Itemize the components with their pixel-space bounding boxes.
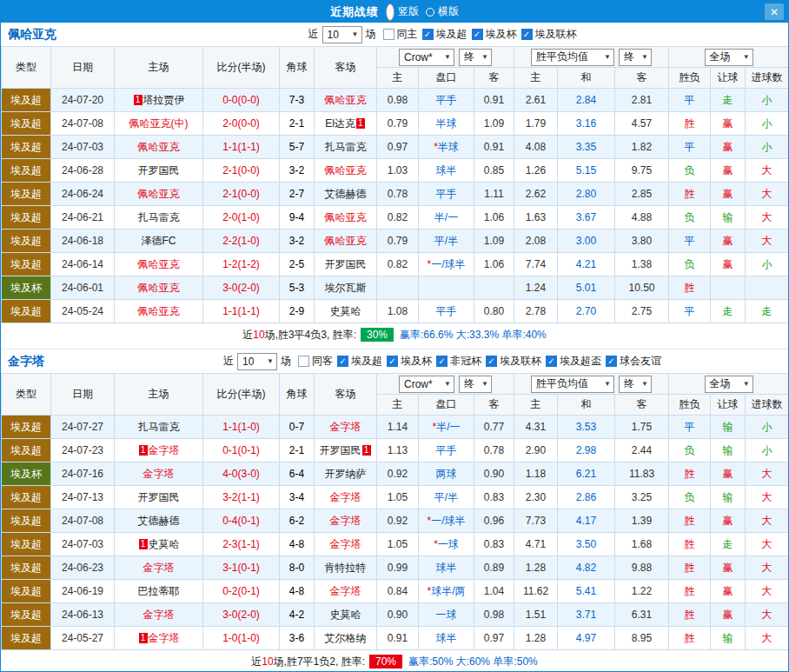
goals-cell: 小 — [746, 89, 789, 112]
filter-checkbox-2[interactable]: ✓埃及超 — [337, 354, 382, 369]
col-avg-away: 客 — [615, 68, 669, 89]
home-team-name: 开罗国民 — [138, 491, 180, 503]
col-home: 主场 — [115, 47, 203, 89]
filter-checkbox-6[interactable]: ✓埃及超盃 — [546, 354, 601, 369]
corner-cell: 2-5 — [280, 253, 315, 276]
team-section-1: 佩哈亚克 近 10▼ 场 同主✓埃及超✓埃及杯✓埃及联杯 类型 日期 主场 比分… — [1, 23, 788, 346]
away-team-cell: 艾德赫德 — [315, 183, 377, 206]
avg-home-cell: 1.26 — [514, 159, 558, 183]
avg-draw-cell: 3.00 — [558, 230, 615, 253]
avg-away-cell: 1.82 — [615, 136, 669, 159]
league-cell: 埃及超 — [2, 159, 51, 183]
col-handicap: 盘口 — [419, 68, 474, 89]
filter-checkbox-4[interactable]: ✓埃及联杯 — [521, 27, 577, 42]
away-team-cell: 埃尔瓦斯 — [315, 276, 377, 300]
match-row: 埃及杯24-06-01佩哈亚克3-0(2-0)5-3埃尔瓦斯1.245.0110… — [2, 276, 789, 300]
odds-away-cell: 1.04 — [474, 580, 514, 603]
filter-checkbox-2[interactable]: ✓埃及超 — [422, 27, 467, 42]
filter-checkbox-3[interactable]: ✓埃及杯 — [387, 354, 432, 369]
away-team-cell: 开罗国民1 — [315, 439, 377, 462]
odds-home-cell: 0.82 — [377, 253, 419, 276]
stats-bar: 近10场,胜3平4负3, 胜率: 30% 赢率:66.6% 大:33.3% 单率… — [1, 323, 788, 346]
scope-select[interactable]: 全场▼ — [705, 376, 753, 393]
avg-home-cell: 1.51 — [514, 603, 558, 627]
sections-container: 佩哈亚克 近 10▼ 场 同主✓埃及超✓埃及杯✓埃及联杯 类型 日期 主场 比分… — [1, 23, 788, 672]
away-team-cell: 金字塔 — [315, 416, 377, 439]
odds-home-cell: 0.98 — [377, 89, 419, 112]
goals-cell: 小 — [746, 112, 789, 136]
filter-checkbox-1[interactable]: 同客 — [298, 354, 333, 369]
avg-home-cell: 1.63 — [514, 206, 558, 230]
corner-cell: 3-2 — [280, 230, 315, 253]
avg-home-cell: 1.28 — [514, 627, 558, 650]
scope-group-header: 全场▼ — [669, 47, 789, 68]
handicap-result-cell: 输 — [711, 206, 746, 230]
avg-home-cell: 2.08 — [514, 230, 558, 253]
scope-select[interactable]: 全场▼ — [705, 49, 753, 66]
match-count-select[interactable]: 10▼ — [322, 26, 362, 43]
team-name: 金字塔 — [8, 354, 108, 369]
match-row: 埃及超24-07-08佩哈亚克(中)2-0(0-0)2-1El达克10.79半球… — [2, 112, 789, 136]
match-row: 埃及超24-07-08艾德赫德0-4(0-1)6-2金字塔0.92*一/球半0.… — [2, 509, 789, 533]
odds-company-select[interactable]: Crow*▼ — [399, 376, 454, 393]
filter-checkbox-5[interactable]: ✓埃及联杯 — [486, 354, 541, 369]
filter-checkbox-7[interactable]: ✓球会友谊 — [606, 354, 661, 369]
odds-home-cell: 0.99 — [377, 556, 419, 580]
wdl-avg-select[interactable]: 胜平负均值▼ — [531, 49, 614, 66]
odds-home-cell: 1.08 — [377, 300, 419, 323]
odds-away-cell: 0.96 — [474, 509, 514, 533]
filter-checkbox-label: 球会友谊 — [620, 354, 661, 369]
goals-cell: 大 — [746, 486, 789, 509]
wdl-final-value: 终 — [624, 50, 634, 64]
goals-cell: 大 — [746, 462, 789, 486]
odds-away-cell: 1.11 — [474, 183, 514, 206]
odds-away-cell: 0.85 — [474, 159, 514, 183]
score-cell: 1-1(1-0) — [203, 416, 280, 439]
corner-cell: 9-4 — [280, 206, 315, 230]
corner-cell: 4-2 — [280, 603, 315, 627]
home-team-name: 佩哈亚克 — [138, 188, 180, 200]
away-team-name: 金字塔 — [330, 538, 361, 550]
radio-portrait-label: 竖版 — [398, 4, 419, 19]
chevron-down-icon: ▼ — [481, 380, 488, 388]
score-cell: 2-1(0-0) — [203, 159, 280, 183]
games-label: 场 — [281, 354, 291, 369]
handicap-result-cell: 赢 — [711, 112, 746, 136]
filter-checkbox-1[interactable]: 同主 — [383, 27, 418, 42]
wdl-avg-select[interactable]: 胜平负均值▼ — [531, 376, 614, 393]
col-type: 类型 — [2, 374, 51, 416]
home-team-cell: 1塔拉贾伊 — [115, 89, 203, 112]
odds-final-select[interactable]: 终▼ — [459, 376, 492, 393]
handicap-cell: 两球 — [419, 462, 474, 486]
close-button[interactable]: ✕ — [765, 3, 784, 20]
odds-company-select[interactable]: Crow*▼ — [399, 49, 454, 66]
away-team-cell: 佩哈亚克 — [315, 89, 377, 112]
col-corner: 角球 — [280, 374, 315, 416]
handicap-cell: 平手 — [419, 300, 474, 323]
handicap-cell: 平手 — [419, 183, 474, 206]
filter-checkbox-label: 埃及超盃 — [560, 354, 601, 369]
avg-home-cell: 1.79 — [514, 112, 558, 136]
section-header: 佩哈亚克 近 10▼ 场 同主✓埃及超✓埃及杯✓埃及联杯 — [1, 23, 788, 46]
filter-checkbox-4[interactable]: ✓非冠杯 — [436, 354, 481, 369]
radio-landscape[interactable]: 横版 — [426, 4, 459, 19]
chevron-down-icon: ▼ — [641, 380, 648, 388]
match-count-select[interactable]: 10▼ — [237, 353, 277, 370]
handicap-result-cell — [711, 276, 746, 300]
odds-home-cell: 0.91 — [377, 627, 419, 650]
away-team-cell: 艾尔格纳 — [315, 627, 377, 650]
wdl-final-select[interactable]: 终▼ — [619, 376, 652, 393]
filter-checkboxes: 同主✓埃及超✓埃及杯✓埃及联杯 — [383, 27, 581, 42]
avg-away-cell: 10.50 — [615, 276, 669, 300]
away-team-cell: 开罗纳萨 — [315, 462, 377, 486]
odds-final-select[interactable]: 终▼ — [459, 49, 492, 66]
col-goals: 进球数 — [746, 395, 789, 416]
chevron-down-icon: ▼ — [743, 380, 750, 388]
rank-badge: 1 — [356, 118, 365, 129]
wdl-final-select[interactable]: 终▼ — [619, 49, 652, 66]
away-team-name: 艾德赫德 — [325, 188, 367, 200]
radio-portrait[interactable]: 竖版 — [386, 3, 419, 21]
filter-checkbox-3[interactable]: ✓埃及杯 — [472, 27, 517, 42]
league-cell: 埃及超 — [2, 603, 51, 627]
away-team-cell: 史莫哈 — [315, 603, 377, 627]
